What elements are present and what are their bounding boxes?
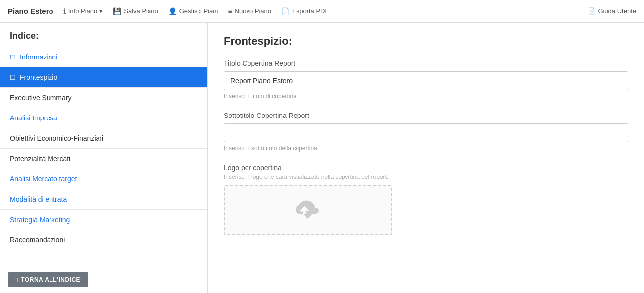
- main-content: Frontespizio: Titolo Copertina Report In…: [208, 23, 644, 293]
- logo-upload-area[interactable]: [224, 185, 392, 235]
- sidebar-item-analisi-mercato[interactable]: Analisi Mercato target: [0, 169, 207, 189]
- nav-salva-piano-label: Salva Piano: [124, 7, 158, 15]
- sidebar-label-informazioni: Informazioni: [20, 53, 57, 61]
- nav-info-piano-label: Info Piano: [68, 7, 98, 15]
- titolo-copertina-label: Titolo Copertina Report: [224, 59, 628, 67]
- page-title: Frontespizio:: [224, 35, 628, 48]
- cloud-upload-icon: [296, 200, 320, 220]
- nav-salva-piano[interactable]: 💾 Salva Piano: [113, 7, 158, 15]
- titolo-copertina-input[interactable]: [224, 71, 628, 90]
- nav-gestisci-piani[interactable]: 👤 Gestisci Piani: [168, 7, 218, 15]
- checkbox-icon-frontespizio: ☐: [10, 74, 16, 81]
- sidebar-item-informazioni[interactable]: ☐ Informazioni: [0, 47, 207, 67]
- sidebar-title: Indice:: [0, 23, 207, 47]
- checkbox-icon-informazioni: ☐: [10, 54, 16, 61]
- nav-nuovo-piano[interactable]: ≡ Nuovo Piano: [228, 7, 271, 15]
- sidebar-label-frontespizio: Frontespizio: [20, 73, 57, 81]
- sottotitolo-copertina-input[interactable]: [224, 123, 628, 142]
- sidebar-label-strategia: Strategia Marketing: [10, 216, 70, 224]
- nav-info-piano[interactable]: ℹ Info Piano ▾: [63, 7, 103, 15]
- list-icon: ≡: [228, 7, 232, 15]
- nav-nuovo-piano-label: Nuovo Piano: [235, 7, 271, 15]
- pdf-icon: 📄: [281, 7, 290, 15]
- sidebar-label-potenzialita: Potenzialità Mercati: [10, 155, 70, 163]
- sidebar-item-frontespizio[interactable]: ☐ Frontespizio: [0, 67, 207, 88]
- nav-guida-utente[interactable]: 📄 Guida Utente: [588, 7, 636, 15]
- nav-gestisci-piani-label: Gestisci Piani: [179, 7, 218, 15]
- sidebar-item-raccomandazioni[interactable]: Raccomandazioni: [0, 230, 207, 250]
- sidebar-label-modalita: Modalità di entrata: [10, 195, 67, 203]
- sottotitolo-copertina-label: Sottotitolo Copertina Report: [224, 112, 628, 119]
- back-to-index-button[interactable]: ↑ TORNA ALL'INDICE: [8, 272, 88, 287]
- svg-marker-1: [303, 214, 313, 218]
- guide-icon: 📄: [588, 7, 595, 15]
- layout: Indice: ☐ Informazioni ☐ Frontespizio Ex…: [0, 23, 644, 293]
- sidebar-item-strategia[interactable]: Strategia Marketing: [0, 210, 207, 230]
- sidebar-item-executive-summary[interactable]: Executive Summary: [0, 88, 207, 108]
- sidebar-label-analisi-impresa: Analisi Impresa: [10, 114, 57, 122]
- sidebar-item-obiettivi[interactable]: Obiettivi Economico-Finanziari: [0, 128, 207, 149]
- nav-guida-utente-label: Guida Utente: [598, 7, 636, 15]
- dropdown-arrow-icon: ▾: [99, 7, 103, 15]
- sidebar-bottom: ↑ TORNA ALL'INDICE: [0, 266, 207, 293]
- titolo-copertina-group: Titolo Copertina Report Inserisci il tit…: [224, 59, 628, 100]
- sidebar: Indice: ☐ Informazioni ☐ Frontespizio Ex…: [0, 23, 208, 293]
- logo-hint: Inserisci il logo che sarà visualizzato …: [224, 174, 628, 180]
- titolo-copertina-hint: Inserisci il titolo di copertina.: [224, 93, 628, 100]
- nav-esporta-pdf[interactable]: 📄 Esporta PDF: [281, 7, 329, 15]
- sidebar-item-modalita[interactable]: Modalità di entrata: [0, 189, 207, 210]
- sidebar-label-analisi-mercato: Analisi Mercato target: [10, 175, 77, 183]
- sidebar-label-raccomandazioni: Raccomandazioni: [10, 236, 65, 244]
- info-icon: ℹ: [63, 7, 66, 15]
- save-icon: 💾: [113, 7, 121, 15]
- navbar: Piano Estero ℹ Info Piano ▾ 💾 Salva Pian…: [0, 0, 644, 23]
- user-icon: 👤: [168, 7, 177, 15]
- sidebar-item-analisi-impresa[interactable]: Analisi Impresa: [0, 108, 207, 128]
- nav-esporta-pdf-label: Esporta PDF: [292, 7, 329, 15]
- logo-group: Logo per copertina Inserisci il logo che…: [224, 164, 628, 235]
- sidebar-label-executive-summary: Executive Summary: [10, 94, 71, 102]
- sidebar-item-potenzialita[interactable]: Potenzialità Mercati: [0, 149, 207, 169]
- logo-label: Logo per copertina: [224, 164, 628, 172]
- navbar-brand: Piano Estero: [8, 7, 53, 15]
- sottotitolo-copertina-hint: Inserisci il sottotitolo della copertina…: [224, 145, 628, 152]
- sottotitolo-copertina-group: Sottotitolo Copertina Report Inserisci i…: [224, 112, 628, 152]
- sidebar-label-obiettivi: Obiettivi Economico-Finanziari: [10, 134, 103, 142]
